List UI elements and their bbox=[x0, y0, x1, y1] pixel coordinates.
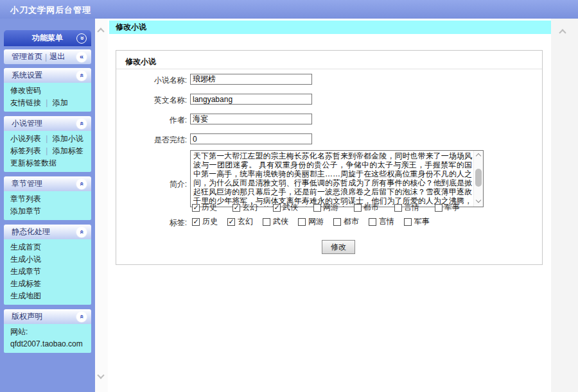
sidebar: 功能菜单 « 管理首页 | 退出 « 系统设置 « 修改密码 bbox=[0, 19, 95, 392]
tag-checkbox-item[interactable]: 玄幻 bbox=[232, 202, 258, 213]
checkbox-icon[interactable] bbox=[354, 204, 362, 212]
section-collapse-icon[interactable]: « bbox=[76, 312, 87, 322]
sidebar-section-header-static[interactable]: 静态化处理 « bbox=[4, 225, 91, 239]
tag-checkbox-item[interactable]: 武侠 bbox=[273, 202, 298, 213]
tag-checkbox-item[interactable]: 网游 bbox=[313, 202, 338, 213]
checkbox-icon[interactable] bbox=[298, 218, 306, 226]
sidebar-row: 生成章节 bbox=[4, 266, 91, 278]
textarea-scrollbar[interactable] bbox=[473, 151, 483, 207]
sidebar-section-copyright: 版权声明 « 网站: qfdt2007.taobao.com bbox=[4, 309, 91, 353]
sidebar-link-gen-chapter[interactable]: 生成章节 bbox=[10, 267, 41, 276]
intro-text: 天下第一大帮江左盟的宗主梅长苏化名苏哲来到帝都金陵，同时也带来了一场场风波与一团… bbox=[193, 151, 472, 207]
tag-fantasy[interactable]: 玄幻 bbox=[227, 216, 253, 227]
sidebar-link-gen-home[interactable]: 生成首页 bbox=[10, 243, 41, 251]
copyright-site-url[interactable]: qfdt2007.taobao.com bbox=[4, 338, 91, 350]
sidebar-menu-title: 功能菜单 bbox=[32, 33, 63, 44]
tag-military[interactable]: 军事 bbox=[404, 216, 430, 227]
tag-wuxia[interactable]: 武侠 bbox=[263, 216, 288, 227]
tag-checkbox-item[interactable]: 都市 bbox=[354, 202, 379, 213]
section-title: 章节管理 bbox=[12, 178, 42, 189]
section-collapse-icon[interactable]: « bbox=[76, 71, 87, 81]
tag-label: 军事 bbox=[414, 216, 430, 227]
checkbox-icon[interactable] bbox=[263, 218, 270, 226]
sidebar-menu-title-bar[interactable]: 功能菜单 « bbox=[4, 30, 91, 46]
checkbox-icon[interactable] bbox=[435, 204, 442, 212]
section-body: 生成首页 生成小说 生成章节 生成标签 生成地图 bbox=[4, 239, 91, 305]
checkbox-icon[interactable] bbox=[192, 204, 200, 212]
sidebar-link-gen-novel[interactable]: 生成小说 bbox=[10, 255, 41, 264]
sidebar-link-friend-links[interactable]: 友情链接 bbox=[10, 98, 41, 107]
submit-button[interactable]: 修改 bbox=[322, 240, 355, 254]
sidebar-row: 更新标签数据 bbox=[4, 157, 91, 169]
tag-romance[interactable]: 言情 bbox=[369, 216, 394, 227]
scroll-up-icon[interactable] bbox=[97, 28, 104, 35]
tag-urban[interactable]: 都市 bbox=[333, 216, 359, 227]
sidebar-row: 添加章节 bbox=[4, 205, 91, 217]
sidebar-section-header-chapter[interactable]: 章节管理 « bbox=[4, 176, 91, 191]
checkbox-icon[interactable] bbox=[192, 218, 200, 226]
tag-label: 都市 bbox=[363, 202, 379, 213]
sidebar-link-gen-tag[interactable]: 生成标签 bbox=[10, 279, 41, 288]
sidebar-link-add-tag[interactable]: 添加标签 bbox=[53, 146, 83, 155]
section-collapse-icon[interactable]: « bbox=[76, 179, 87, 189]
checkbox-icon[interactable] bbox=[394, 204, 402, 212]
novel-name-input[interactable] bbox=[190, 74, 312, 85]
tag-label: 历史 bbox=[202, 202, 217, 213]
tag-checkbox-item[interactable]: 言情 bbox=[394, 202, 419, 213]
checkbox-icon[interactable] bbox=[333, 218, 341, 226]
sidebar-row: 友情链接 | 添加 bbox=[4, 97, 91, 109]
checkbox-icon[interactable] bbox=[313, 204, 321, 212]
checkbox-icon[interactable] bbox=[404, 218, 412, 226]
sidebar-row: 生成首页 bbox=[4, 241, 91, 253]
sidebar-link-novel-list[interactable]: 小说列表 bbox=[10, 134, 41, 143]
sidebar-row: 小说列表 | 添加小说 bbox=[4, 133, 91, 145]
sidebar-link-change-password[interactable]: 修改密码 bbox=[10, 86, 41, 95]
scroll-up-icon[interactable] bbox=[559, 29, 566, 36]
sidebar-collapse-icon[interactable]: « bbox=[76, 52, 87, 62]
scrollbar-up-icon[interactable] bbox=[476, 153, 481, 158]
scroll-down-icon[interactable] bbox=[97, 371, 104, 379]
section-title: 系统设置 bbox=[12, 70, 42, 81]
sidebar-link-tag-list[interactable]: 标签列表 bbox=[10, 146, 41, 155]
sidebar-link-add-friend-link[interactable]: 添加 bbox=[53, 98, 68, 107]
sidebar-link-update-tag-data[interactable]: 更新标签数据 bbox=[10, 158, 57, 167]
sidebar-section-header-novel[interactable]: 小说管理 « bbox=[4, 116, 91, 131]
menu-collapse-icon[interactable]: « bbox=[76, 33, 87, 44]
sidebar-section-header-system[interactable]: 系统设置 « bbox=[4, 68, 91, 83]
tag-label: 言情 bbox=[379, 216, 394, 227]
sidebar-link-add-chapter[interactable]: 添加章节 bbox=[10, 207, 41, 216]
tag-checkbox-item[interactable]: 军事 bbox=[435, 202, 460, 213]
author-input[interactable] bbox=[190, 114, 312, 124]
tag-label: 玄幻 bbox=[242, 202, 258, 213]
finished-input[interactable] bbox=[190, 133, 312, 144]
checkbox-icon[interactable] bbox=[273, 204, 281, 212]
tags-row: 历史 玄幻 武侠 网游 都市 bbox=[192, 216, 430, 227]
sidebar-link-chapter-list[interactable]: 章节列表 bbox=[10, 194, 41, 203]
tag-online-game[interactable]: 网游 bbox=[298, 216, 324, 227]
intro-textarea[interactable]: 天下第一大帮江左盟的宗主梅长苏化名苏哲来到帝都金陵，同时也带来了一场场风波与一团… bbox=[190, 150, 484, 207]
top-header: 小刀文学网后台管理 bbox=[0, 0, 578, 19]
main-content: 修改小说 修改小说 小说名称: 英文名称: 作者: 是否完结: 简介: 天下第一… bbox=[108, 19, 551, 392]
intro-label: 简介: bbox=[116, 179, 187, 190]
checkbox-icon[interactable] bbox=[369, 218, 376, 226]
section-collapse-icon[interactable]: « bbox=[76, 227, 87, 237]
finished-label: 是否完结: bbox=[116, 135, 187, 146]
app-title: 小刀文学网后台管理 bbox=[0, 0, 578, 16]
scrollbar-thumb[interactable] bbox=[475, 169, 482, 187]
tag-checkbox-item[interactable]: 历史 bbox=[192, 202, 217, 213]
sidebar-link-add-novel[interactable]: 添加小说 bbox=[53, 134, 83, 143]
sidebar-link-admin-home[interactable]: 管理首页 bbox=[12, 51, 42, 62]
separator: | bbox=[43, 98, 50, 107]
sidebar-link-logout[interactable]: 退出 bbox=[49, 51, 65, 62]
checkbox-icon[interactable] bbox=[232, 204, 240, 212]
english-name-input[interactable] bbox=[190, 94, 312, 105]
divider bbox=[116, 69, 542, 69]
sidebar-section-header-copyright[interactable]: 版权声明 « bbox=[4, 309, 91, 324]
sidebar-row: 标签列表 | 添加标签 bbox=[4, 145, 91, 157]
section-title: 静态化处理 bbox=[12, 226, 50, 237]
checkbox-icon[interactable] bbox=[227, 218, 235, 226]
section-title: 小说管理 bbox=[12, 118, 42, 129]
section-collapse-icon[interactable]: « bbox=[76, 119, 87, 129]
tag-history[interactable]: 历史 bbox=[192, 216, 218, 227]
sidebar-link-gen-sitemap[interactable]: 生成地图 bbox=[10, 291, 41, 300]
